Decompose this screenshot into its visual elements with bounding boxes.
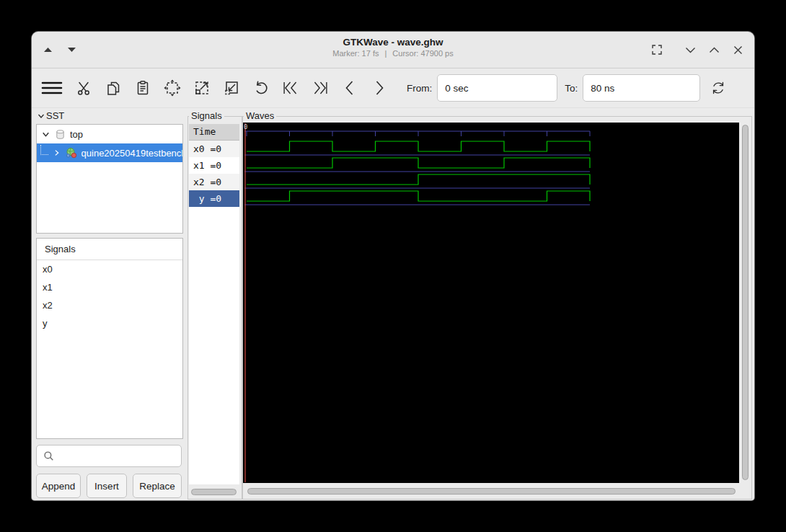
next-edge-icon[interactable]: [371, 79, 388, 97]
toolbar: From: To:: [32, 68, 754, 108]
replace-button[interactable]: Replace: [133, 474, 182, 498]
zoom-fit-icon[interactable]: [164, 79, 181, 97]
copy-icon[interactable]: [105, 79, 122, 97]
signal-search-box: [36, 445, 182, 467]
list-item-x1[interactable]: x1: [37, 278, 182, 296]
signal-row-x0[interactable]: x0 =0: [189, 141, 239, 157]
cursor-status: Cursor: 47900 ps: [392, 49, 453, 58]
titlebar-center: GTKWave - wave.ghw Marker: 17 fs | Curso…: [32, 37, 754, 58]
tree-item-label: top: [70, 129, 83, 140]
reload-icon[interactable]: [710, 79, 727, 97]
append-button[interactable]: Append: [36, 474, 81, 498]
list-item-x0[interactable]: x0: [37, 260, 182, 278]
module-icon: [66, 147, 77, 159]
tree-connector: [40, 145, 48, 155]
search-icon: [43, 451, 54, 461]
from-label: From:: [407, 83, 432, 94]
to-input[interactable]: [583, 74, 700, 102]
sst-expander[interactable]: SST: [37, 110, 64, 121]
search-input[interactable]: [58, 450, 177, 462]
signals-frame-label: Signals: [189, 110, 224, 121]
from-input[interactable]: [437, 74, 557, 102]
to-label: To:: [565, 83, 578, 94]
waves-horizontal-scrollbar[interactable]: [247, 488, 736, 495]
signal-row-x1[interactable]: x1 =0: [189, 157, 239, 174]
skip-to-start-icon[interactable]: [282, 79, 299, 97]
undo-icon[interactable]: [252, 79, 270, 97]
minimize-icon[interactable]: [684, 44, 697, 56]
database-icon: [55, 129, 66, 140]
signal-row-x2[interactable]: x2 =0: [189, 174, 239, 190]
tree-item-testbench[interactable]: quine20250419testbench: [37, 143, 182, 162]
fullscreen-icon[interactable]: [650, 44, 663, 56]
insert-button[interactable]: Insert: [87, 474, 127, 498]
zoom-out-icon[interactable]: [223, 79, 240, 97]
list-item-x2[interactable]: x2: [37, 296, 182, 314]
previous-edge-icon[interactable]: [341, 79, 358, 97]
signals-name-column: Time x0 =0 x1 =0 x2 =0 y =0: [189, 124, 239, 484]
waves-frame-label: Waves: [244, 110, 276, 121]
wave-canvas[interactable]: 0: [243, 123, 739, 483]
time-header: Time: [189, 124, 239, 141]
waves-vertical-scrollbar[interactable]: [742, 125, 749, 480]
window-controls: [650, 32, 744, 68]
close-icon[interactable]: [732, 44, 744, 56]
signal-search-panel: Signals x0 x1 x2 y: [36, 238, 183, 439]
tree-item-label: quine20250419testbench: [81, 148, 182, 159]
action-buttons: Append Insert Replace: [36, 474, 182, 498]
tree-item-top[interactable]: top: [37, 125, 182, 143]
main-content: SST top: [32, 108, 754, 500]
sst-label: SST: [46, 110, 64, 121]
subtitle-separator: |: [384, 49, 387, 58]
signal-row-y[interactable]: y =0: [189, 190, 239, 207]
menu-icon[interactable]: [41, 79, 63, 97]
signal-search-header: Signals: [37, 239, 182, 260]
zoom-in-icon[interactable]: [193, 79, 211, 97]
cut-icon[interactable]: [75, 79, 92, 97]
paste-icon[interactable]: [134, 79, 151, 97]
svg-text:0: 0: [244, 123, 247, 130]
window-title: GTKWave - wave.ghw: [32, 37, 754, 48]
sst-tree: top quine20250419testbench: [36, 124, 183, 234]
list-item-y[interactable]: y: [37, 314, 182, 332]
maximize-icon[interactable]: [708, 44, 720, 56]
gtkwave-window: GTKWave - wave.ghw Marker: 17 fs | Curso…: [32, 32, 754, 500]
skip-to-end-icon[interactable]: [312, 79, 329, 97]
marker-status: Marker: 17 fs: [332, 49, 379, 58]
titlebar: GTKWave - wave.ghw Marker: 17 fs | Curso…: [32, 32, 754, 68]
window-subtitle: Marker: 17 fs | Cursor: 47900 ps: [32, 49, 754, 58]
signals-horizontal-scrollbar[interactable]: [191, 489, 237, 495]
